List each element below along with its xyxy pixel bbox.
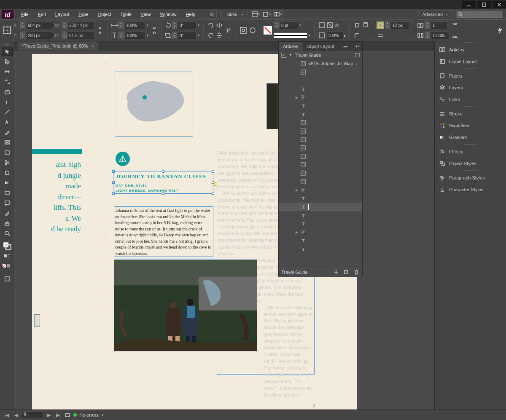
article-items-list[interactable]: <615_Adobe_AI_Map...T▶TT▶TTTT▶TT (279, 59, 362, 267)
bridge-button[interactable]: Br (207, 10, 217, 19)
article-item[interactable] (279, 127, 362, 135)
opacity-input[interactable]: 100% (326, 32, 343, 39)
frame-grid-icon[interactable] (377, 21, 384, 29)
last-page-icon[interactable]: ▶| (55, 412, 62, 418)
panel-menu-icon[interactable]: ▾≡ (353, 43, 362, 50)
add-article-icon[interactable] (333, 269, 339, 276)
article-item[interactable]: ▶ (279, 228, 362, 236)
y-position-input[interactable]: 288 px (26, 32, 53, 39)
panel-object-styles[interactable]: Object Styles (435, 158, 506, 169)
scale-x-input[interactable]: 100% (124, 21, 145, 29)
minimize-button[interactable] (462, 1, 476, 8)
panel-paragraph-styles[interactable]: ¶AParagraph Styles (435, 172, 506, 184)
fx-icon[interactable]: fx (335, 22, 341, 28)
x-position-input[interactable]: 684 px (26, 21, 53, 29)
screen-mode-icon[interactable]: ▼ (262, 10, 272, 19)
article-item[interactable]: T (279, 203, 362, 211)
rectangle-tool[interactable] (2, 148, 13, 157)
autofit-icon[interactable] (318, 21, 326, 29)
article-item[interactable] (279, 169, 362, 177)
article-item[interactable]: <615_Adobe_AI_Map... (279, 59, 362, 68)
article-item[interactable]: T (279, 219, 362, 228)
article-item[interactable]: ▶ (279, 93, 362, 102)
selection-tool[interactable] (2, 47, 13, 56)
menu-help[interactable]: Help (182, 10, 200, 19)
fillframe-icon[interactable] (326, 21, 334, 29)
article-item[interactable]: T (279, 85, 362, 93)
map-image-frame[interactable] (115, 72, 193, 136)
stroke-weight-input[interactable]: 0 pt (280, 21, 298, 29)
panel-pages[interactable]: Pages (435, 70, 506, 82)
zoom-level[interactable]: 60% (227, 12, 237, 17)
next-page-icon[interactable]: ▶ (46, 412, 52, 418)
scissors-tool[interactable] (2, 158, 13, 167)
hand-tool[interactable] (2, 219, 13, 228)
menu-window[interactable]: Window (156, 10, 180, 19)
articles-tab[interactable]: Articles (279, 42, 302, 51)
direct-selection-tool[interactable] (2, 57, 13, 66)
article-item[interactable] (279, 152, 362, 161)
constrain-scale-icon[interactable] (151, 27, 158, 34)
align-top-icon[interactable] (451, 21, 459, 29)
article-item[interactable] (279, 177, 362, 186)
eyedropper-tool[interactable] (2, 209, 13, 218)
gradient-feather-tool[interactable] (2, 188, 13, 198)
gutter-input[interactable]: 11.806 (431, 32, 449, 39)
workspace-switcher[interactable]: Advanced (418, 11, 452, 18)
panel-articles[interactable]: Articles (435, 44, 506, 56)
constrain-icon[interactable] (96, 27, 104, 34)
open-icon[interactable] (64, 412, 71, 418)
column-1-text[interactable]: Johanna rolls out of the tent at first l… (114, 206, 213, 257)
article-item[interactable]: ▶ (279, 186, 362, 194)
view-options-icon[interactable]: ▼ (251, 10, 261, 19)
arrange-icon[interactable]: ▼ (273, 10, 283, 19)
fill-swatch[interactable] (264, 26, 272, 35)
type-tool[interactable]: T (2, 97, 13, 107)
panel-character-styles[interactable]: ACharacter Styles (435, 184, 506, 195)
panel-gradient[interactable]: Gradient (435, 131, 506, 143)
article-item[interactable]: T (279, 102, 362, 110)
new-article-icon[interactable] (343, 269, 350, 276)
thumbnail-frame[interactable] (34, 314, 40, 327)
panel-stroke[interactable]: Stroke (435, 108, 506, 120)
select-container-icon[interactable] (240, 27, 247, 34)
menu-table[interactable]: Table (116, 10, 135, 19)
article-item[interactable] (279, 68, 362, 76)
canvas[interactable]: CLIFFSThe aist-high d jungle made direct… (14, 51, 434, 409)
p-icon[interactable]: P (225, 27, 232, 34)
panel-effects[interactable]: fxEffects (435, 146, 506, 158)
article-color-swatch[interactable] (355, 53, 360, 57)
panel-liquid-layout[interactable]: Liquid Layout (435, 56, 506, 67)
flip-h-icon[interactable] (215, 21, 223, 29)
article-item[interactable] (279, 135, 362, 144)
rectangle-frame-tool[interactable] (2, 138, 13, 147)
textwrap-bbox-icon[interactable] (362, 21, 369, 29)
pen-tool[interactable] (2, 118, 13, 127)
document-tab[interactable]: *TravelGuide_Final.indd @ 60%× (18, 42, 98, 50)
article-item[interactable]: T (279, 194, 362, 203)
textwrap-none-icon[interactable] (353, 21, 361, 29)
content-collector-tool[interactable] (2, 87, 13, 96)
columns-input[interactable]: 1 (431, 21, 448, 29)
panel-swatches[interactable]: Swatches (435, 120, 506, 131)
article-item[interactable] (279, 144, 362, 152)
frame-hgrid-icon[interactable] (377, 32, 384, 39)
screen-mode-tool[interactable] (2, 274, 13, 284)
zoom-tool[interactable] (2, 229, 13, 238)
free-transform-tool[interactable] (2, 168, 13, 177)
rotate-ccw-icon[interactable] (207, 32, 215, 39)
page-tool[interactable] (2, 67, 13, 76)
gap-tool[interactable] (2, 77, 13, 86)
maximize-button[interactable] (477, 1, 491, 8)
note-tool[interactable] (2, 198, 13, 208)
flip-v-icon[interactable] (215, 32, 223, 39)
article-item[interactable]: T (279, 110, 362, 118)
article-checkbox[interactable]: ✓ (281, 53, 286, 58)
menu-view[interactable]: View (137, 10, 155, 19)
article-item[interactable]: T (279, 245, 362, 253)
scale-y-input[interactable]: 100% (124, 32, 145, 39)
first-page-icon[interactable]: |◀ (3, 412, 10, 418)
grid-value-1[interactable]: 12 px (391, 21, 409, 29)
fill-stroke-swatch[interactable] (2, 241, 13, 251)
article-item[interactable]: T (279, 211, 362, 219)
